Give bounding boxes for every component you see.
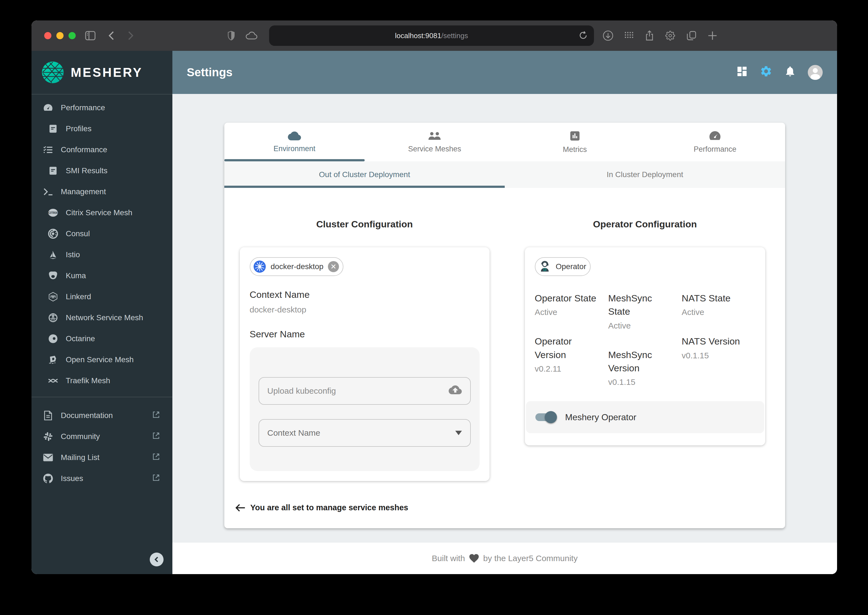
screenshot-stage: localhost:9081/settings	[0, 0, 868, 615]
traefik-logo-icon	[47, 375, 59, 386]
sidebar-item-label: Network Service Mesh	[66, 313, 143, 322]
tab-environment[interactable]: Environment	[224, 123, 365, 161]
nsm-logo-icon	[47, 312, 59, 323]
notifications-bell-icon[interactable]	[784, 65, 796, 80]
tab-metrics[interactable]: Metrics	[505, 123, 645, 161]
footer: Built with by the Layer5 Community	[172, 543, 837, 574]
kubeconfig-panel: Upload kubeconfig Context Name	[250, 347, 479, 471]
service-mesh-icon	[427, 131, 442, 141]
gauge-icon	[42, 102, 54, 113]
forward-button[interactable]	[128, 20, 134, 51]
mail-icon	[42, 452, 54, 463]
upload-placeholder: Upload kubeconfig	[267, 386, 336, 396]
sidebar-link-label: Issues	[61, 474, 83, 483]
sidebar-item-octarine[interactable]: Octarine	[31, 328, 172, 349]
dashboard-icon[interactable]	[736, 65, 748, 80]
cluster-config-section: Cluster Configuration docker-desktop ✕	[224, 188, 505, 481]
chevron-down-icon	[455, 431, 462, 435]
operator-icon	[538, 260, 551, 273]
sidebar-item-istio[interactable]: Istio	[31, 244, 172, 265]
tab-overview-icon[interactable]	[687, 20, 696, 51]
sidebar-toggle-icon[interactable]	[85, 20, 95, 51]
sidebar-item-label: Traefik Mesh	[66, 376, 110, 385]
privacy-shield-icon[interactable]	[228, 20, 235, 51]
sidebar-item-osm[interactable]: Open Service Mesh	[31, 349, 172, 370]
app-header: Settings	[172, 51, 837, 94]
sidebar-item-linkerd[interactable]: Linkerd	[31, 286, 172, 307]
sidebar-item-label: Management	[61, 187, 106, 196]
sidebar-item-label: Istio	[66, 250, 80, 259]
sidebar-collapse-button[interactable]	[150, 553, 164, 567]
extensions-grid-icon[interactable]	[624, 20, 634, 51]
upload-icon[interactable]	[449, 386, 462, 397]
remove-cluster-icon[interactable]: ✕	[328, 261, 339, 272]
sidebar-item-management[interactable]: Management	[31, 181, 172, 202]
sidebar-item-kuma[interactable]: Kuma	[31, 265, 172, 286]
avatar[interactable]	[808, 65, 823, 80]
kuma-logo-icon	[47, 270, 59, 281]
downloads-icon[interactable]	[603, 20, 613, 51]
traffic-lights	[44, 20, 76, 51]
reload-icon[interactable]	[579, 31, 587, 40]
settings-card: Environment Service Meshes Metrics	[224, 123, 785, 528]
minimize-window-button[interactable]	[56, 32, 64, 39]
sidebar-link-issues[interactable]: Issues	[31, 468, 172, 489]
cluster-chip[interactable]: docker-desktop ✕	[250, 257, 343, 276]
document-icon	[47, 165, 59, 176]
browser-settings-gear-icon[interactable]	[665, 20, 675, 51]
sidebar-link-documentation[interactable]: Documentation	[31, 405, 172, 426]
sidebar-item-profiles[interactable]: Profiles	[31, 118, 172, 139]
sidebar-item-citrix[interactable]: CITRIX Citrix Service Mesh	[31, 202, 172, 223]
sidebar-item-traefik[interactable]: Traefik Mesh	[31, 370, 172, 391]
sidebar-link-mailing-list[interactable]: Mailing List	[31, 447, 172, 468]
content-area: Environment Service Meshes Metrics	[172, 94, 837, 543]
context-name-select[interactable]: Context Name	[259, 419, 471, 447]
octarine-logo-icon	[47, 333, 59, 344]
operator-config-section: Operator Configuration Operator	[505, 188, 785, 481]
server-name-label: Server Name	[250, 329, 479, 340]
deployment-subtabs: Out of Cluster Deployment In Cluster Dep…	[224, 161, 785, 188]
sidebar-item-consul[interactable]: Consul	[31, 223, 172, 244]
operator-status-grid: Operator State Active Operator Version v…	[525, 292, 765, 387]
share-icon[interactable]	[645, 20, 654, 51]
arrow-left-icon	[236, 504, 245, 512]
zoom-window-button[interactable]	[69, 32, 76, 39]
operator-chip[interactable]: Operator	[535, 257, 591, 276]
tab-performance[interactable]: Performance	[645, 123, 785, 161]
external-link-icon	[152, 453, 160, 463]
sidebar-item-label: Conformance	[61, 145, 107, 154]
address-bar[interactable]: localhost:9081/settings	[269, 25, 594, 46]
icloud-icon[interactable]	[245, 20, 258, 51]
brand-row: MESHERY	[31, 51, 172, 94]
checklist-icon	[42, 144, 54, 155]
sidebar-item-performance[interactable]: Performance	[31, 97, 172, 118]
sidebar-link-community[interactable]: Community	[31, 426, 172, 447]
github-icon	[42, 473, 54, 484]
bar-chart-icon	[569, 130, 581, 142]
operator-config-card: Operator Operator State Active	[525, 247, 765, 445]
sidebar-item-conformance[interactable]: Conformance	[31, 139, 172, 160]
footer-prefix: Built with	[432, 554, 465, 563]
browser-window: localhost:9081/settings	[31, 20, 837, 574]
sidebar-item-label: SMI Results	[66, 166, 108, 175]
select-label: Context Name	[267, 428, 320, 438]
meshsync-version-field: MeshSync Version v0.1.15	[608, 348, 682, 387]
tab-label: Service Meshes	[408, 145, 461, 153]
sidebar-item-nsm[interactable]: Network Service Mesh	[31, 307, 172, 328]
external-link-icon	[152, 411, 160, 421]
tab-service-meshes[interactable]: Service Meshes	[365, 123, 505, 161]
new-tab-icon[interactable]	[708, 20, 717, 51]
brand-name: MESHERY	[71, 65, 143, 80]
close-window-button[interactable]	[44, 32, 52, 39]
sidebar-link-label: Documentation	[61, 411, 113, 420]
settings-gear-icon[interactable]	[760, 65, 773, 80]
operator-config-title: Operator Configuration	[593, 219, 697, 229]
context-name-value: docker-desktop	[250, 305, 479, 314]
svg-text:CITRIX: CITRIX	[48, 211, 58, 214]
upload-kubeconfig-field[interactable]: Upload kubeconfig	[259, 377, 471, 405]
back-button[interactable]	[108, 20, 114, 51]
subtab-in-cluster[interactable]: In Cluster Deployment	[505, 161, 785, 188]
subtab-out-of-cluster[interactable]: Out of Cluster Deployment	[224, 161, 505, 188]
meshery-operator-switch[interactable]	[534, 411, 557, 423]
sidebar-item-smi-results[interactable]: SMI Results	[31, 160, 172, 181]
